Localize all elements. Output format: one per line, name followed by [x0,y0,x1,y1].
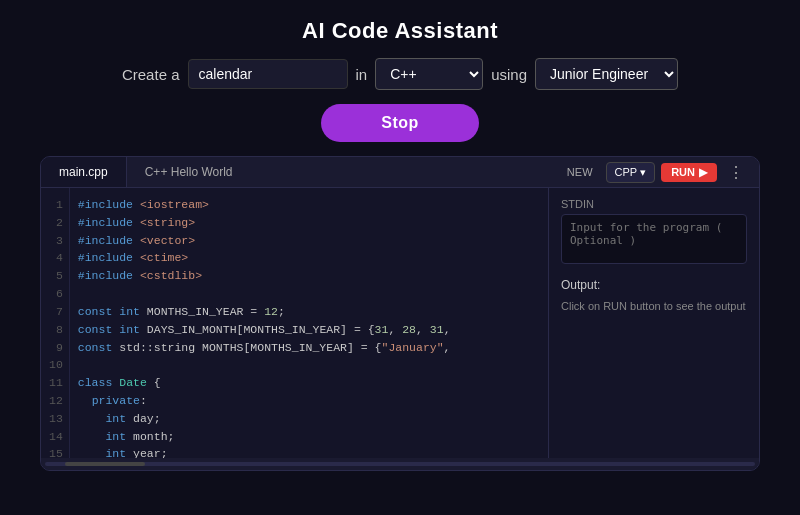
cpp-label: CPP [615,166,638,178]
language-select[interactable]: C++ Python JavaScript Java [375,58,483,90]
chevron-down-icon: ▾ [640,166,646,179]
app-header: AI Code Assistant [0,0,800,58]
tab-hello-world[interactable]: C++ Hello World [127,157,251,187]
stdin-label: STDIN [561,198,747,210]
ide-topbar: main.cpp C++ Hello World NEW CPP ▾ RUN ▶… [41,157,759,188]
right-panel: STDIN Output: Click on RUN button to see… [549,188,759,458]
code-text: #include <iostream> #include <string> #i… [70,188,466,458]
scrollbar-track [45,462,755,466]
ide-body: 12345 678910 1112131415 1617181920 21222… [41,188,759,458]
horizontal-scrollbar[interactable] [41,458,759,470]
output-text: Click on RUN button to see the output [561,298,747,315]
in-label: in [356,66,368,83]
level-select[interactable]: Junior Engineer Senior Engineer Expert [535,58,678,90]
output-label: Output: [561,278,747,292]
run-button[interactable]: RUN ▶ [661,163,717,182]
stop-btn-container: Stop [321,104,479,142]
scrollbar-thumb[interactable] [65,462,145,466]
controls-row: Create a in C++ Python JavaScript Java u… [122,58,678,90]
stop-button[interactable]: Stop [321,104,479,142]
stdin-input[interactable] [561,214,747,264]
new-badge: NEW [560,163,600,181]
code-editor[interactable]: 12345 678910 1112131415 1617181920 21222… [41,188,549,458]
project-type-input[interactable] [188,59,348,89]
run-label: RUN [671,166,695,178]
line-numbers: 12345 678910 1112131415 1617181920 21222… [41,188,70,458]
cpp-dropdown-btn[interactable]: CPP ▾ [606,162,656,183]
using-label: using [491,66,527,83]
create-label: Create a [122,66,180,83]
ide-topbar-right: NEW CPP ▾ RUN ▶ ⋮ [560,160,759,185]
more-options-button[interactable]: ⋮ [723,160,749,185]
page-title: AI Code Assistant [0,18,800,44]
play-icon: ▶ [699,166,707,179]
tab-main-cpp[interactable]: main.cpp [41,157,127,187]
ide-container: main.cpp C++ Hello World NEW CPP ▾ RUN ▶… [40,156,760,471]
